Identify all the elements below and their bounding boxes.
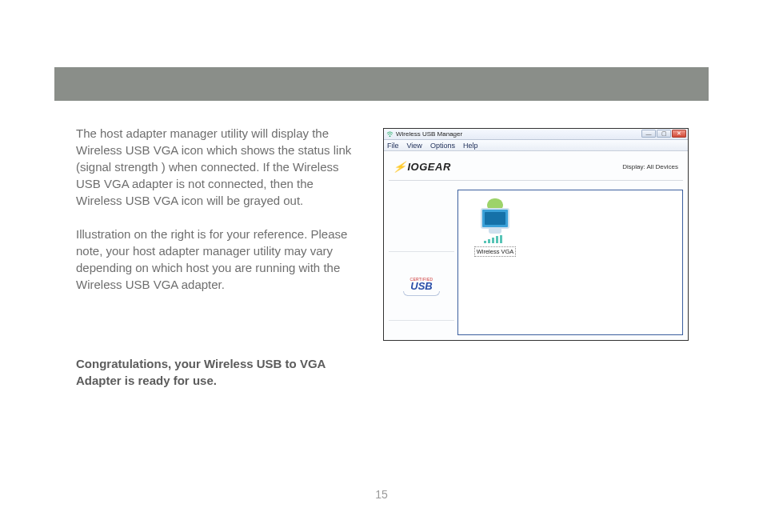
window-titlebar: Wireless USB Manager — ▢ ✕ <box>384 129 688 140</box>
menu-bar: File View Options Help <box>384 140 688 151</box>
body-text-block: The host adapter manager utility will di… <box>76 125 356 310</box>
device-label: Wireless VGA <box>474 246 517 257</box>
menu-help[interactable]: Help <box>463 142 478 150</box>
menu-file[interactable]: File <box>387 142 399 150</box>
badge-arc-icon <box>403 291 440 296</box>
sidebar: CERTIFIED USB <box>389 183 454 335</box>
device-tile-wireless-vga[interactable]: Wireless VGA <box>469 198 521 257</box>
wireless-icon <box>385 130 393 138</box>
signal-strength-icon <box>484 235 502 243</box>
brand-bar: ⚡IOGEAR Display: All Devices <box>389 154 683 178</box>
window-title: Wireless USB Manager <box>396 130 462 138</box>
svg-point-0 <box>389 135 390 137</box>
sidebar-slot-empty <box>389 183 454 252</box>
wireless-usb-badge-icon: CERTIFIED USB <box>403 277 440 296</box>
page-header-bar <box>54 67 709 101</box>
sidebar-slot-usb[interactable]: CERTIFIED USB <box>389 252 454 321</box>
badge-line2: USB <box>410 282 432 290</box>
maximize-button[interactable]: ▢ <box>657 130 671 138</box>
menu-options[interactable]: Options <box>430 142 455 150</box>
iogear-logo: ⚡IOGEAR <box>393 161 451 173</box>
divider <box>389 180 683 181</box>
paragraph-1: The host adapter manager utility will di… <box>76 125 356 209</box>
paragraph-2: Illustration on the right is for your re… <box>76 226 356 293</box>
app-window: Wireless USB Manager — ▢ ✕ File View Opt… <box>383 128 689 341</box>
wireless-vga-device-icon <box>476 198 514 243</box>
window-controls: — ▢ ✕ <box>641 130 686 138</box>
close-button[interactable]: ✕ <box>672 130 686 138</box>
congratulations-text: Congratulations, your Wireless USB to VG… <box>76 355 356 389</box>
minimize-button[interactable]: — <box>641 130 656 138</box>
display-filter-label: Display: All Devices <box>622 163 678 170</box>
content-area: ⚡IOGEAR Display: All Devices CERTIFIED U… <box>384 151 688 340</box>
monitor-stand-icon <box>489 229 501 234</box>
device-panel: Wireless VGA <box>457 190 683 335</box>
menu-view[interactable]: View <box>407 142 422 150</box>
monitor-icon <box>481 208 509 229</box>
page-number: 15 <box>0 488 763 501</box>
